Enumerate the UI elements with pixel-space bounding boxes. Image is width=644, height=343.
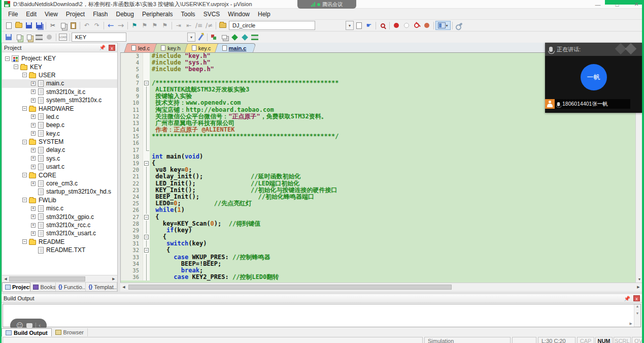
tree-item-key.c[interactable]: +key.c [2,130,117,138]
code-line-18[interactable]: 18int main(void) [121,153,635,160]
collapse-icon[interactable]: − [22,173,27,177]
expand-icon[interactable]: + [31,214,36,219]
save-icon[interactable] [24,21,34,30]
expand-icon[interactable]: + [31,231,36,236]
expand-icon[interactable]: + [31,89,36,94]
menu-peripherals[interactable]: Peripherals [138,10,177,19]
enable-breakpoint-icon[interactable] [401,21,412,30]
collapse-icon[interactable]: − [5,56,10,61]
collapse-icon[interactable]: − [22,140,27,144]
collapse-icon[interactable]: − [22,73,27,77]
tree-item-readme.txt[interactable]: README.TXT [2,246,117,254]
copy-icon[interactable] [58,21,68,30]
vertical-splitter[interactable] [118,43,120,292]
disable-breakpoints-icon[interactable] [412,21,422,30]
tree-item-user[interactable]: −USER [2,71,117,79]
code-line-25[interactable]: 25 LED0=0; //先点亮红灯 [121,200,635,207]
download-flash-icon[interactable]: LOAD [58,33,68,42]
code-line-26[interactable]: 26 while(1) [121,207,635,213]
find-in-files-icon[interactable] [218,21,228,30]
translate-icon[interactable] [4,33,14,42]
tree-item-core[interactable]: −CORE [2,171,117,179]
collapse-icon[interactable]: − [22,106,27,111]
tree-item-misc.c[interactable]: +misc.c [2,204,117,212]
grep-icon[interactable]: ☛ [364,21,374,30]
bottom-tab-browser[interactable]: Browser [52,328,88,336]
navigate-forward-icon[interactable]: → [116,21,126,30]
comment-icon[interactable]: /≡ [194,21,204,30]
stop-build-icon[interactable] [44,33,54,42]
manage-components-icon[interactable] [209,33,219,42]
fold-margin[interactable]: − [143,160,150,167]
build-output-vscrollbar[interactable]: ▲▼ [634,304,640,327]
tree-item-main.c[interactable]: +main.c [2,79,117,87]
bookmark-toggle-icon[interactable]: ⚑ [129,21,140,30]
tree-item-led.c[interactable]: +led.c [2,113,117,121]
build-icon[interactable] [14,33,24,42]
file-extensions-icon[interactable] [219,33,229,42]
cut-icon[interactable]: ✂ [48,21,58,30]
find-icon[interactable] [354,21,364,30]
project-panel-close-icon[interactable]: x [109,45,115,51]
code-line-31[interactable]: 31 switch(key) [121,240,635,247]
expand-icon[interactable]: + [31,114,36,119]
code-line-36[interactable]: 36 case KEY2_PRES: //控制LED0翻转 [121,274,635,280]
expand-icon[interactable]: + [31,98,36,103]
menu-debug[interactable]: Debug [112,10,138,19]
indent-icon[interactable]: ⇥ [174,21,184,30]
open-file-icon[interactable] [14,21,24,30]
bookmark-prev-icon[interactable]: ⚑ [140,21,150,30]
editor-tab-led.c[interactable]: led.c [125,43,158,52]
tree-item-stm32f10x-usart.c[interactable]: +stm32f10x_usart.c [2,229,117,237]
configure-wrench-icon[interactable] [454,21,464,30]
panel-tab-functio-[interactable]: {}Functio... [56,283,86,291]
new-file-icon[interactable] [4,21,14,30]
build-output-hscrollbar[interactable]: ▶ [3,322,633,327]
menu-tools[interactable]: Tools [177,10,199,19]
code-line-19[interactable]: 19−{ [121,160,635,167]
menu-help[interactable]: Help [254,10,275,19]
editor-tab-key.c[interactable]: key.c [186,43,219,52]
build-output-content[interactable]: ▲▼ ▶ ☺ ‹ [3,304,641,327]
search-box[interactable]: DJ_circle [229,21,315,30]
tree-item-core-cm3.c[interactable]: +core_cm3.c [2,179,117,188]
outdent-icon[interactable]: ⇤ [184,21,194,30]
panel-tab-project[interactable]: Project [2,283,30,291]
tree-item-stm32f10x-gpio.c[interactable]: +stm32f10x_gpio.c [2,212,117,221]
fold-margin[interactable]: − [143,214,150,221]
tree-item-readme[interactable]: −README [2,238,117,246]
manage-rte-icon[interactable] [229,33,240,42]
tree-item-usart.c[interactable]: +usart.c [2,163,117,171]
target-dropdown-icon[interactable]: ▾ [187,33,195,42]
books-icon[interactable] [250,33,260,42]
tree-item-startup-stm32f10x-hd.s[interactable]: startup_stm32f10x_hd.s [2,188,117,196]
target-select[interactable]: KEY [72,33,126,42]
navigate-back-icon[interactable]: ← [106,21,116,30]
pack-installer-icon[interactable] [240,33,250,42]
pin-icon[interactable]: 📌 [99,45,106,50]
collapse-icon[interactable]: − [22,239,27,244]
tree-item-stm32f10x-rcc.c[interactable]: +stm32f10x_rcc.c [2,221,117,229]
pin-icon[interactable]: 📌 [624,296,630,301]
meeting-video-tile[interactable]: 一帆 1806014401张一帆 [545,56,642,113]
bottom-tab-build-output[interactable]: Build Output [2,328,52,336]
redo-icon[interactable]: ↷ [92,21,102,30]
insert-breakpoint-icon[interactable] [391,21,401,30]
tree-item-key[interactable]: −KEY [2,63,117,71]
menu-svcs[interactable]: SVCS [199,10,224,19]
collapse-icon[interactable]: − [22,198,27,202]
search-dropdown-icon[interactable]: ▾ [346,21,354,30]
menu-window[interactable]: Window [224,10,254,19]
expand-icon[interactable]: + [31,165,36,169]
panel-tab-templat-[interactable]: {}Templat... [86,283,117,291]
tree-item-project-key[interactable]: −Project: KEY [2,54,117,63]
kill-breakpoints-icon[interactable] [422,21,432,30]
expand-icon[interactable]: + [31,81,36,86]
rebuild-icon[interactable] [24,33,34,42]
fold-margin[interactable]: − [143,247,150,254]
target-options-wand-icon[interactable] [195,33,206,42]
menu-project[interactable]: Project [62,10,89,19]
undo-icon[interactable]: ↶ [82,21,92,30]
tree-item-hardware[interactable]: −HARDWARE [2,104,117,112]
menu-flash[interactable]: Flash [89,10,112,19]
